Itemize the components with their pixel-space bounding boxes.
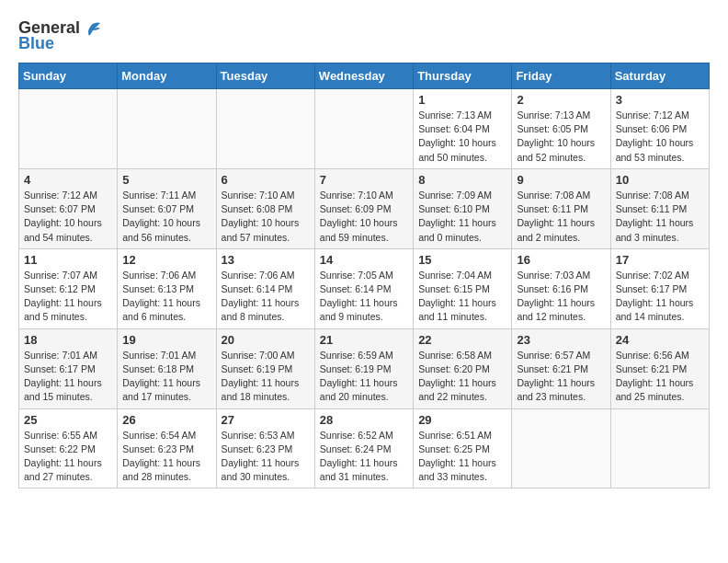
day-info: Sunrise: 6:55 AM Sunset: 6:22 PM Dayligh…	[24, 429, 112, 485]
day-number: 9	[517, 173, 605, 187]
day-info: Sunrise: 6:53 AM Sunset: 6:23 PM Dayligh…	[222, 429, 310, 485]
day-number: 15	[418, 253, 506, 267]
day-number: 16	[517, 253, 605, 267]
calendar-day-cell	[610, 408, 709, 488]
page-header: General Blue	[18, 18, 710, 53]
calendar-table: SundayMondayTuesdayWednesdayThursdayFrid…	[18, 63, 710, 488]
day-number: 22	[418, 333, 506, 347]
day-info: Sunrise: 7:05 AM Sunset: 6:14 PM Dayligh…	[320, 269, 408, 325]
calendar-day-header: Tuesday	[216, 63, 314, 89]
day-info: Sunrise: 6:52 AM Sunset: 6:24 PM Dayligh…	[320, 429, 408, 485]
day-info: Sunrise: 7:13 AM Sunset: 6:04 PM Dayligh…	[418, 109, 506, 165]
day-info: Sunrise: 7:11 AM Sunset: 6:07 PM Dayligh…	[122, 189, 210, 245]
calendar-day-cell: 9Sunrise: 7:08 AM Sunset: 6:11 PM Daylig…	[512, 168, 610, 248]
calendar-day-cell: 12Sunrise: 7:06 AM Sunset: 6:13 PM Dayli…	[118, 248, 216, 328]
calendar-day-header: Sunday	[19, 63, 118, 89]
calendar-day-cell: 15Sunrise: 7:04 AM Sunset: 6:15 PM Dayli…	[414, 248, 512, 328]
day-number: 1	[418, 93, 506, 107]
day-number: 14	[320, 253, 408, 267]
calendar-day-header: Saturday	[610, 63, 709, 89]
day-number: 28	[320, 413, 408, 427]
day-number: 21	[320, 333, 408, 347]
calendar-week-row: 18Sunrise: 7:01 AM Sunset: 6:17 PM Dayli…	[19, 328, 710, 408]
calendar-day-cell: 14Sunrise: 7:05 AM Sunset: 6:14 PM Dayli…	[314, 248, 413, 328]
calendar-day-cell: 2Sunrise: 7:13 AM Sunset: 6:05 PM Daylig…	[512, 89, 610, 169]
calendar-day-cell	[216, 89, 314, 169]
day-number: 24	[616, 333, 704, 347]
calendar-day-header: Monday	[118, 63, 216, 89]
day-info: Sunrise: 6:56 AM Sunset: 6:21 PM Dayligh…	[616, 349, 704, 405]
calendar-day-cell: 24Sunrise: 6:56 AM Sunset: 6:21 PM Dayli…	[610, 328, 709, 408]
day-number: 18	[24, 333, 112, 347]
logo-bird-icon	[82, 19, 102, 38]
day-info: Sunrise: 6:51 AM Sunset: 6:25 PM Dayligh…	[418, 429, 506, 485]
day-info: Sunrise: 7:01 AM Sunset: 6:17 PM Dayligh…	[24, 349, 112, 405]
calendar-header-row: SundayMondayTuesdayWednesdayThursdayFrid…	[19, 63, 710, 89]
calendar-week-row: 25Sunrise: 6:55 AM Sunset: 6:22 PM Dayli…	[19, 408, 710, 488]
day-info: Sunrise: 7:04 AM Sunset: 6:15 PM Dayligh…	[418, 269, 506, 325]
calendar-day-cell: 26Sunrise: 6:54 AM Sunset: 6:23 PM Dayli…	[118, 408, 216, 488]
day-number: 4	[24, 173, 112, 187]
day-number: 5	[122, 173, 210, 187]
calendar-day-cell	[512, 408, 610, 488]
day-number: 11	[24, 253, 112, 267]
calendar-day-cell: 5Sunrise: 7:11 AM Sunset: 6:07 PM Daylig…	[118, 168, 216, 248]
calendar-day-header: Wednesday	[314, 63, 413, 89]
day-info: Sunrise: 6:57 AM Sunset: 6:21 PM Dayligh…	[517, 349, 605, 405]
day-info: Sunrise: 7:12 AM Sunset: 6:07 PM Dayligh…	[24, 189, 112, 245]
day-number: 8	[418, 173, 506, 187]
day-number: 27	[222, 413, 310, 427]
calendar-day-cell: 18Sunrise: 7:01 AM Sunset: 6:17 PM Dayli…	[19, 328, 118, 408]
day-info: Sunrise: 7:03 AM Sunset: 6:16 PM Dayligh…	[517, 269, 605, 325]
calendar-week-row: 4Sunrise: 7:12 AM Sunset: 6:07 PM Daylig…	[19, 168, 710, 248]
day-number: 26	[122, 413, 210, 427]
day-number: 10	[616, 173, 704, 187]
day-number: 23	[517, 333, 605, 347]
calendar-week-row: 11Sunrise: 7:07 AM Sunset: 6:12 PM Dayli…	[19, 248, 710, 328]
day-info: Sunrise: 7:00 AM Sunset: 6:19 PM Dayligh…	[222, 349, 310, 405]
calendar-day-cell: 7Sunrise: 7:10 AM Sunset: 6:09 PM Daylig…	[314, 168, 413, 248]
day-info: Sunrise: 6:58 AM Sunset: 6:20 PM Dayligh…	[418, 349, 506, 405]
day-info: Sunrise: 7:06 AM Sunset: 6:13 PM Dayligh…	[122, 269, 210, 325]
calendar-day-cell: 1Sunrise: 7:13 AM Sunset: 6:04 PM Daylig…	[414, 89, 512, 169]
logo: General Blue	[18, 18, 102, 53]
calendar-day-cell	[118, 89, 216, 169]
day-number: 20	[222, 333, 310, 347]
calendar-day-cell: 23Sunrise: 6:57 AM Sunset: 6:21 PM Dayli…	[512, 328, 610, 408]
day-info: Sunrise: 7:09 AM Sunset: 6:10 PM Dayligh…	[418, 189, 506, 245]
day-info: Sunrise: 7:07 AM Sunset: 6:12 PM Dayligh…	[24, 269, 112, 325]
day-number: 17	[616, 253, 704, 267]
calendar-day-cell: 28Sunrise: 6:52 AM Sunset: 6:24 PM Dayli…	[314, 408, 413, 488]
calendar-day-cell: 6Sunrise: 7:10 AM Sunset: 6:08 PM Daylig…	[216, 168, 314, 248]
day-info: Sunrise: 7:08 AM Sunset: 6:11 PM Dayligh…	[517, 189, 605, 245]
day-number: 3	[616, 93, 704, 107]
calendar-day-cell: 13Sunrise: 7:06 AM Sunset: 6:14 PM Dayli…	[216, 248, 314, 328]
calendar-day-header: Friday	[512, 63, 610, 89]
calendar-day-cell: 27Sunrise: 6:53 AM Sunset: 6:23 PM Dayli…	[216, 408, 314, 488]
logo-blue-text: Blue	[18, 34, 54, 53]
calendar-day-cell: 11Sunrise: 7:07 AM Sunset: 6:12 PM Dayli…	[19, 248, 118, 328]
day-number: 19	[122, 333, 210, 347]
day-info: Sunrise: 7:13 AM Sunset: 6:05 PM Dayligh…	[517, 109, 605, 165]
day-number: 29	[418, 413, 506, 427]
calendar-day-cell: 20Sunrise: 7:00 AM Sunset: 6:19 PM Dayli…	[216, 328, 314, 408]
calendar-day-cell: 17Sunrise: 7:02 AM Sunset: 6:17 PM Dayli…	[610, 248, 709, 328]
day-number: 7	[320, 173, 408, 187]
day-info: Sunrise: 6:54 AM Sunset: 6:23 PM Dayligh…	[122, 429, 210, 485]
day-info: Sunrise: 7:10 AM Sunset: 6:09 PM Dayligh…	[320, 189, 408, 245]
day-number: 6	[222, 173, 310, 187]
day-info: Sunrise: 7:02 AM Sunset: 6:17 PM Dayligh…	[616, 269, 704, 325]
calendar-day-cell: 3Sunrise: 7:12 AM Sunset: 6:06 PM Daylig…	[610, 89, 709, 169]
calendar-week-row: 1Sunrise: 7:13 AM Sunset: 6:04 PM Daylig…	[19, 89, 710, 169]
calendar-day-cell: 10Sunrise: 7:08 AM Sunset: 6:11 PM Dayli…	[610, 168, 709, 248]
calendar-day-cell: 22Sunrise: 6:58 AM Sunset: 6:20 PM Dayli…	[414, 328, 512, 408]
day-info: Sunrise: 7:08 AM Sunset: 6:11 PM Dayligh…	[616, 189, 704, 245]
day-info: Sunrise: 7:01 AM Sunset: 6:18 PM Dayligh…	[122, 349, 210, 405]
day-number: 25	[24, 413, 112, 427]
day-info: Sunrise: 6:59 AM Sunset: 6:19 PM Dayligh…	[320, 349, 408, 405]
calendar-day-cell: 29Sunrise: 6:51 AM Sunset: 6:25 PM Dayli…	[414, 408, 512, 488]
calendar-day-cell: 19Sunrise: 7:01 AM Sunset: 6:18 PM Dayli…	[118, 328, 216, 408]
calendar-day-cell: 25Sunrise: 6:55 AM Sunset: 6:22 PM Dayli…	[19, 408, 118, 488]
calendar-day-cell: 16Sunrise: 7:03 AM Sunset: 6:16 PM Dayli…	[512, 248, 610, 328]
day-number: 13	[222, 253, 310, 267]
